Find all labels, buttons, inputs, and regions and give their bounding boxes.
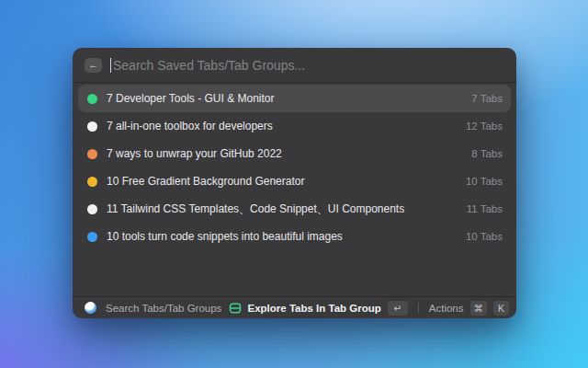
text-cursor	[110, 58, 111, 73]
cmd-key-icon[interactable]: ⌘	[470, 301, 488, 316]
actions-menu-label[interactable]: Actions	[429, 303, 464, 314]
tab-group-icon	[229, 302, 242, 315]
tab-count-badge: 12 Tabs	[466, 121, 503, 132]
enter-key-icon[interactable]: ↵	[388, 301, 408, 316]
app-logo-icon	[85, 302, 96, 314]
group-color-dot-icon	[87, 204, 97, 214]
desktop-background: ← 7 Developer Tools - GUI & Monitor 7 Ta…	[0, 0, 588, 368]
empty-results-area	[73, 250, 516, 296]
tab-group-title: 7 ways to unwrap your GitHub 2022	[107, 147, 460, 160]
tab-group-row[interactable]: 10 tools turn code snippets into beautif…	[78, 223, 511, 250]
tab-group-title: 11 Tailwind CSS Templates、Code Snippet、U…	[107, 201, 456, 217]
back-arrow-icon: ←	[88, 58, 98, 72]
tab-group-row[interactable]: 7 ways to unwrap your GitHub 2022 8 Tabs	[78, 140, 511, 167]
status-bar: Search Tabs/Tab Groups Explore Tabs In T…	[73, 296, 516, 318]
tab-count-badge: 10 Tabs	[466, 231, 503, 242]
tab-group-title: 10 Free Gradient Background Generator	[107, 175, 455, 188]
footer-divider	[418, 303, 419, 313]
tab-group-title: 10 tools turn code snippets into beautif…	[107, 230, 455, 243]
tab-count-badge: 10 Tabs	[466, 176, 503, 187]
tab-group-title: 7 Developer Tools - GUI & Monitor	[107, 92, 460, 105]
group-color-dot-icon	[87, 149, 97, 159]
footer-mode-label: Search Tabs/Tab Groups	[106, 303, 221, 314]
tab-group-row[interactable]: 11 Tailwind CSS Templates、Code Snippet、U…	[78, 195, 511, 223]
k-key-icon[interactable]: K	[493, 301, 509, 316]
tab-group-title: 7 all-in-one toolbox for developers	[107, 120, 455, 132]
group-color-dot-icon	[87, 94, 97, 104]
command-palette-window: ← 7 Developer Tools - GUI & Monitor 7 Ta…	[73, 48, 516, 318]
tab-groups-list: 7 Developer Tools - GUI & Monitor 7 Tabs…	[73, 83, 516, 250]
tab-count-badge: 11 Tabs	[467, 203, 503, 214]
group-color-dot-icon	[87, 232, 97, 242]
group-color-dot-icon	[87, 177, 97, 187]
tab-count-badge: 8 Tabs	[471, 148, 503, 159]
primary-action-label[interactable]: Explore Tabs In Tab Group	[248, 303, 381, 314]
tab-group-row[interactable]: 10 Free Gradient Background Generator 10…	[78, 167, 511, 195]
tab-group-row[interactable]: 7 Developer Tools - GUI & Monitor 7 Tabs	[78, 85, 511, 112]
footer-actions: Explore Tabs In Tab Group ↵ Actions ⌘ K	[248, 301, 509, 316]
tab-group-row[interactable]: 7 all-in-one toolbox for developers 12 T…	[78, 112, 511, 140]
back-button[interactable]: ←	[85, 58, 102, 73]
search-bar: ←	[73, 48, 516, 83]
search-input[interactable]	[113, 58, 505, 73]
group-color-dot-icon	[87, 121, 97, 132]
tab-count-badge: 7 Tabs	[471, 93, 503, 104]
